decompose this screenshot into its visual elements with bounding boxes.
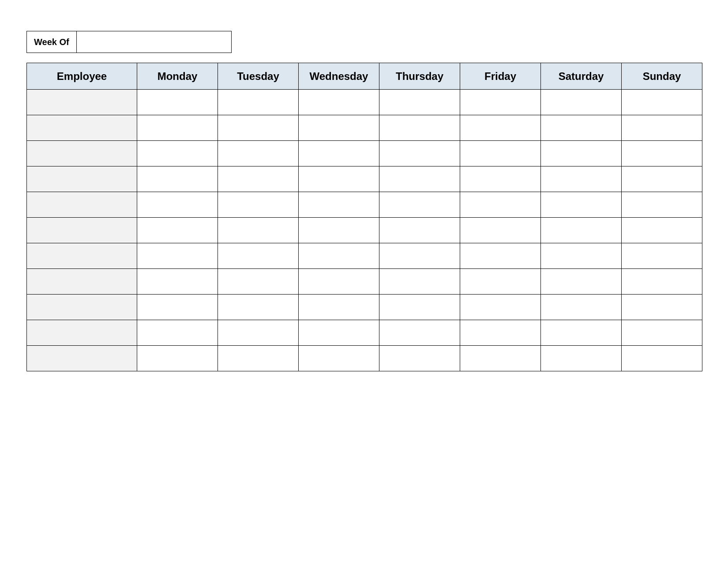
schedule-cell[interactable]: [379, 115, 460, 141]
employee-cell[interactable]: [27, 192, 137, 218]
schedule-cell[interactable]: [218, 320, 299, 346]
table-row: [27, 295, 702, 320]
schedule-cell[interactable]: [137, 243, 218, 269]
schedule-cell[interactable]: [460, 166, 541, 192]
schedule-cell[interactable]: [218, 166, 299, 192]
employee-cell[interactable]: [27, 295, 137, 320]
week-of-label: Week Of: [27, 31, 77, 53]
schedule-cell[interactable]: [460, 346, 541, 371]
schedule-cell[interactable]: [218, 295, 299, 320]
schedule-cell[interactable]: [218, 90, 299, 115]
employee-cell[interactable]: [27, 115, 137, 141]
table-row: [27, 320, 702, 346]
schedule-cell[interactable]: [541, 218, 622, 243]
schedule-cell[interactable]: [218, 218, 299, 243]
schedule-cell[interactable]: [622, 320, 702, 346]
schedule-cell[interactable]: [299, 346, 379, 371]
schedule-cell[interactable]: [137, 269, 218, 295]
schedule-cell[interactable]: [299, 166, 379, 192]
schedule-cell[interactable]: [622, 346, 702, 371]
schedule-cell[interactable]: [541, 243, 622, 269]
schedule-cell[interactable]: [137, 320, 218, 346]
schedule-cell[interactable]: [137, 115, 218, 141]
schedule-cell[interactable]: [137, 141, 218, 166]
header-saturday: Saturday: [541, 63, 622, 90]
employee-cell[interactable]: [27, 269, 137, 295]
schedule-cell[interactable]: [379, 320, 460, 346]
employee-cell[interactable]: [27, 90, 137, 115]
schedule-cell[interactable]: [460, 218, 541, 243]
week-of-value[interactable]: [77, 31, 231, 53]
schedule-cell[interactable]: [218, 243, 299, 269]
schedule-cell[interactable]: [379, 141, 460, 166]
schedule-cell[interactable]: [299, 218, 379, 243]
employee-cell[interactable]: [27, 218, 137, 243]
schedule-cell[interactable]: [622, 90, 702, 115]
schedule-cell[interactable]: [137, 192, 218, 218]
schedule-cell[interactable]: [622, 115, 702, 141]
schedule-cell[interactable]: [218, 346, 299, 371]
schedule-cell[interactable]: [622, 218, 702, 243]
schedule-cell[interactable]: [460, 192, 541, 218]
schedule-cell[interactable]: [541, 346, 622, 371]
schedule-cell[interactable]: [299, 192, 379, 218]
schedule-cell[interactable]: [218, 115, 299, 141]
schedule-cell[interactable]: [460, 295, 541, 320]
schedule-cell[interactable]: [622, 141, 702, 166]
schedule-cell[interactable]: [541, 269, 622, 295]
schedule-cell[interactable]: [218, 192, 299, 218]
schedule-cell[interactable]: [299, 269, 379, 295]
schedule-cell[interactable]: [379, 346, 460, 371]
schedule-cell[interactable]: [460, 141, 541, 166]
schedule-cell[interactable]: [218, 141, 299, 166]
schedule-cell[interactable]: [460, 269, 541, 295]
schedule-cell[interactable]: [379, 166, 460, 192]
week-of-box: Week Of: [26, 31, 232, 53]
employee-cell[interactable]: [27, 166, 137, 192]
schedule-cell[interactable]: [541, 192, 622, 218]
schedule-cell[interactable]: [379, 192, 460, 218]
schedule-cell[interactable]: [379, 243, 460, 269]
header-employee: Employee: [27, 63, 137, 90]
schedule-cell[interactable]: [137, 346, 218, 371]
schedule-cell[interactable]: [299, 115, 379, 141]
table-row: [27, 243, 702, 269]
schedule-cell[interactable]: [299, 141, 379, 166]
employee-cell[interactable]: [27, 320, 137, 346]
schedule-cell[interactable]: [622, 269, 702, 295]
schedule-cell[interactable]: [460, 320, 541, 346]
schedule-cell[interactable]: [622, 166, 702, 192]
table-row: [27, 141, 702, 166]
schedule-cell[interactable]: [541, 115, 622, 141]
employee-cell[interactable]: [27, 141, 137, 166]
schedule-cell[interactable]: [622, 192, 702, 218]
schedule-cell[interactable]: [622, 295, 702, 320]
employee-cell[interactable]: [27, 346, 137, 371]
table-row: [27, 115, 702, 141]
schedule-cell[interactable]: [299, 90, 379, 115]
table-row: [27, 192, 702, 218]
employee-cell[interactable]: [27, 243, 137, 269]
schedule-cell[interactable]: [460, 243, 541, 269]
schedule-cell[interactable]: [379, 90, 460, 115]
schedule-cell[interactable]: [137, 166, 218, 192]
schedule-cell[interactable]: [299, 295, 379, 320]
schedule-cell[interactable]: [541, 166, 622, 192]
schedule-cell[interactable]: [541, 141, 622, 166]
schedule-cell[interactable]: [379, 269, 460, 295]
schedule-cell[interactable]: [379, 295, 460, 320]
header-row: Employee Monday Tuesday Wednesday Thursd…: [27, 63, 702, 90]
schedule-cell[interactable]: [379, 218, 460, 243]
schedule-cell[interactable]: [541, 90, 622, 115]
schedule-cell[interactable]: [460, 115, 541, 141]
schedule-cell[interactable]: [137, 90, 218, 115]
schedule-cell[interactable]: [541, 320, 622, 346]
schedule-cell[interactable]: [299, 320, 379, 346]
schedule-cell[interactable]: [460, 90, 541, 115]
schedule-cell[interactable]: [137, 295, 218, 320]
schedule-cell[interactable]: [622, 243, 702, 269]
schedule-cell[interactable]: [137, 218, 218, 243]
schedule-cell[interactable]: [299, 243, 379, 269]
schedule-cell[interactable]: [541, 295, 622, 320]
schedule-cell[interactable]: [218, 269, 299, 295]
